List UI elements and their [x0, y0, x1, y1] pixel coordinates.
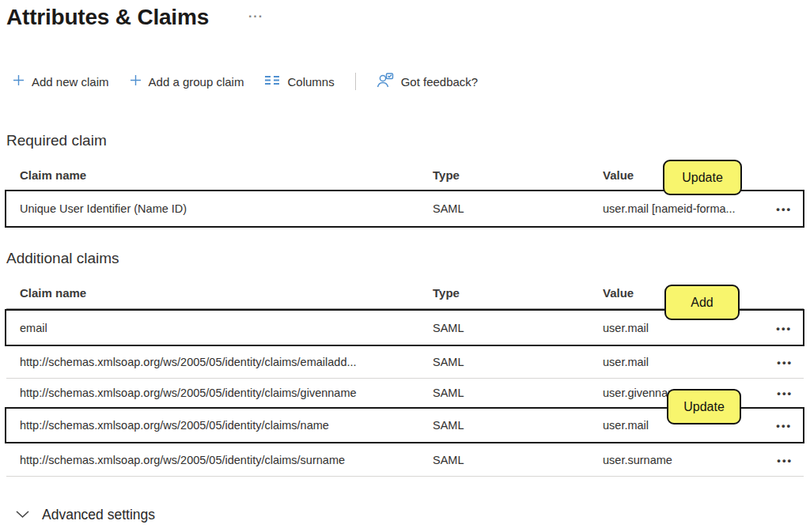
- columns-icon: [264, 74, 280, 89]
- type-cell: SAML: [433, 419, 464, 432]
- type-cell: SAML: [433, 202, 464, 215]
- value-cell: user.mail: [603, 356, 649, 368]
- row-menu-icon[interactable]: •••: [776, 420, 792, 432]
- annotation-update-required-claim: Update: [663, 160, 742, 195]
- column-header-type: Type: [433, 168, 460, 182]
- claim-name-cell[interactable]: http://schemas.xmlsoap.org/ws/2005/05/id…: [20, 356, 357, 368]
- command-bar: Add new claim Add a group claim Columns: [13, 70, 478, 93]
- advanced-settings-expander[interactable]: Advanced settings: [16, 507, 155, 523]
- type-cell: SAML: [433, 322, 464, 334]
- got-feedback-button[interactable]: Got feedback?: [377, 73, 479, 91]
- table-row-surname[interactable]: http://schemas.xmlsoap.org/ws/2005/05/id…: [6, 443, 804, 477]
- type-cell: SAML: [433, 356, 464, 368]
- column-header-claim-name: Claim name: [20, 168, 86, 182]
- column-header-claim-name: Claim name: [20, 286, 86, 300]
- claim-name-cell[interactable]: http://schemas.xmlsoap.org/ws/2005/05/id…: [20, 419, 329, 432]
- row-menu-icon[interactable]: •••: [776, 322, 792, 334]
- value-cell: user.mail [nameid-forma...: [603, 202, 736, 215]
- chevron-down-icon: [16, 509, 29, 521]
- add-new-claim-button[interactable]: Add new claim: [13, 74, 109, 89]
- columns-button[interactable]: Columns: [264, 74, 334, 89]
- row-menu-icon[interactable]: •••: [777, 387, 793, 399]
- required-claim-section-title: Required claim: [6, 132, 107, 149]
- value-cell: user.mail: [603, 419, 649, 432]
- table-row-emailaddress[interactable]: http://schemas.xmlsoap.org/ws/2005/05/id…: [6, 346, 804, 379]
- column-header-value: Value: [603, 168, 634, 182]
- claim-name-cell[interactable]: Unique User Identifier (Name ID): [20, 202, 187, 215]
- add-group-claim-button[interactable]: Add a group claim: [130, 74, 244, 89]
- plus-icon: [13, 74, 25, 89]
- plus-icon: [130, 74, 142, 89]
- claim-name-cell[interactable]: email: [20, 322, 47, 334]
- feedback-person-icon: [377, 73, 394, 91]
- add-new-claim-label: Add new claim: [32, 75, 109, 89]
- claim-name-cell[interactable]: http://schemas.xmlsoap.org/ws/2005/05/id…: [20, 454, 345, 466]
- value-cell: user.surname: [603, 454, 672, 466]
- toolbar-divider: [355, 73, 356, 90]
- page-title: Attributes & Claims: [6, 5, 209, 30]
- row-menu-icon[interactable]: •••: [776, 203, 792, 215]
- got-feedback-label: Got feedback?: [401, 75, 479, 89]
- column-header-type: Type: [433, 286, 460, 300]
- attributes-claims-page: Attributes & Claims ··· Add new claim Ad…: [0, 0, 810, 532]
- annotation-add-email-claim: Add: [664, 285, 740, 320]
- claim-name-cell[interactable]: http://schemas.xmlsoap.org/ws/2005/05/id…: [20, 387, 357, 399]
- add-group-claim-label: Add a group claim: [149, 75, 244, 89]
- row-menu-icon[interactable]: •••: [777, 357, 793, 368]
- columns-label: Columns: [287, 75, 334, 89]
- additional-claims-section-title: Additional claims: [6, 250, 119, 267]
- advanced-settings-label: Advanced settings: [42, 507, 155, 523]
- annotation-update-name-claim: Update: [667, 389, 741, 424]
- type-cell: SAML: [433, 454, 464, 466]
- type-cell: SAML: [433, 387, 464, 399]
- row-menu-icon[interactable]: •••: [777, 454, 793, 466]
- page-more-menu-icon[interactable]: ···: [248, 9, 263, 24]
- column-header-value: Value: [603, 286, 634, 300]
- value-cell: user.mail: [603, 322, 649, 334]
- table-row-unique-user-identifier[interactable]: Unique User Identifier (Name ID) SAML us…: [5, 190, 804, 228]
